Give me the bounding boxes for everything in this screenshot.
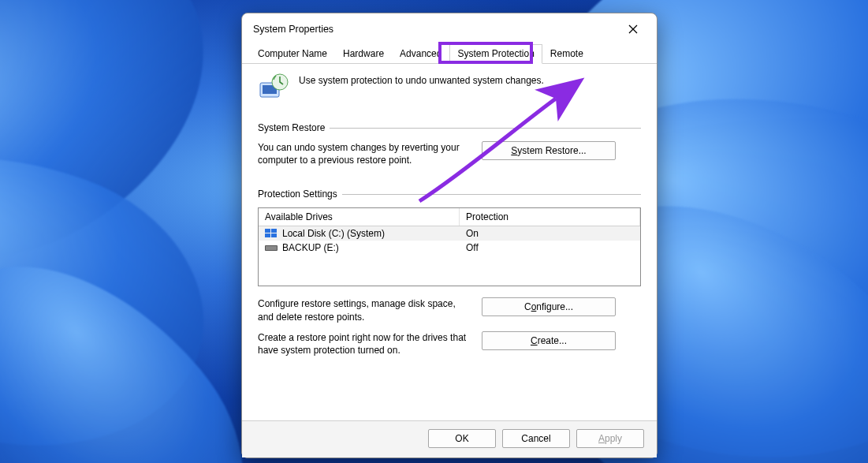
close-button[interactable] [617, 18, 649, 40]
create-desc: Create a restore point right now for the… [258, 331, 471, 357]
titlebar[interactable]: System Properties [242, 13, 657, 42]
system-properties-dialog: System Properties Computer Name Hardware… [241, 13, 658, 458]
dialog-footer: OK Cancel Apply [242, 420, 657, 457]
windows-drive-icon [265, 229, 278, 238]
drive-protection: Off [460, 242, 640, 253]
svg-rect-6 [271, 233, 277, 237]
tab-strip: Computer Name Hardware Advanced System P… [242, 43, 657, 64]
drive-name: Local Disk (C:) (System) [282, 228, 385, 239]
drive-name: BACKUP (E:) [282, 242, 339, 253]
drive-row[interactable]: BACKUP (E:) Off [259, 241, 640, 255]
window-title: System Properties [253, 24, 617, 35]
protection-settings-label: Protection Settings [258, 189, 337, 200]
col-header-protection[interactable]: Protection [460, 208, 640, 226]
tab-hardware[interactable]: Hardware [335, 44, 392, 64]
cancel-button[interactable]: Cancel [502, 429, 570, 448]
svg-rect-4 [271, 229, 277, 233]
protection-settings-group: Protection Settings Available Drives Pro… [258, 189, 641, 357]
tab-content: Use system protection to undo unwanted s… [242, 64, 657, 420]
drive-protection: On [460, 228, 640, 239]
close-icon [628, 24, 638, 34]
system-restore-desc: You can undo system changes by reverting… [258, 141, 471, 166]
configure-desc: Configure restore settings, manage disk … [258, 297, 471, 323]
col-header-drives[interactable]: Available Drives [259, 208, 460, 226]
create-button[interactable]: Create... [482, 331, 616, 350]
drives-table[interactable]: Available Drives Protection Local Disk (… [258, 207, 641, 286]
tab-remote[interactable]: Remote [542, 44, 591, 64]
drives-table-header: Available Drives Protection [259, 208, 640, 226]
system-restore-button[interactable]: System Restore... [482, 141, 616, 160]
svg-rect-5 [265, 233, 270, 237]
drive-row[interactable]: Local Disk (C:) (System) On [259, 226, 640, 241]
tab-system-protection[interactable]: System Protection [449, 44, 542, 64]
drive-icon [265, 243, 278, 252]
svg-rect-8 [266, 246, 277, 250]
system-protection-icon [258, 72, 289, 103]
configure-button[interactable]: Configure... [482, 297, 616, 316]
tab-advanced[interactable]: Advanced [392, 44, 449, 64]
tab-computer-name[interactable]: Computer Name [250, 44, 335, 64]
svg-rect-3 [265, 229, 270, 233]
ok-button[interactable]: OK [428, 429, 496, 448]
apply-button[interactable]: Apply [576, 429, 644, 448]
system-restore-label: System Restore [258, 122, 325, 133]
header-description: Use system protection to undo unwanted s… [299, 72, 544, 86]
divider [330, 128, 641, 129]
divider [342, 194, 641, 195]
system-restore-group: System Restore You can undo system chang… [258, 122, 641, 166]
